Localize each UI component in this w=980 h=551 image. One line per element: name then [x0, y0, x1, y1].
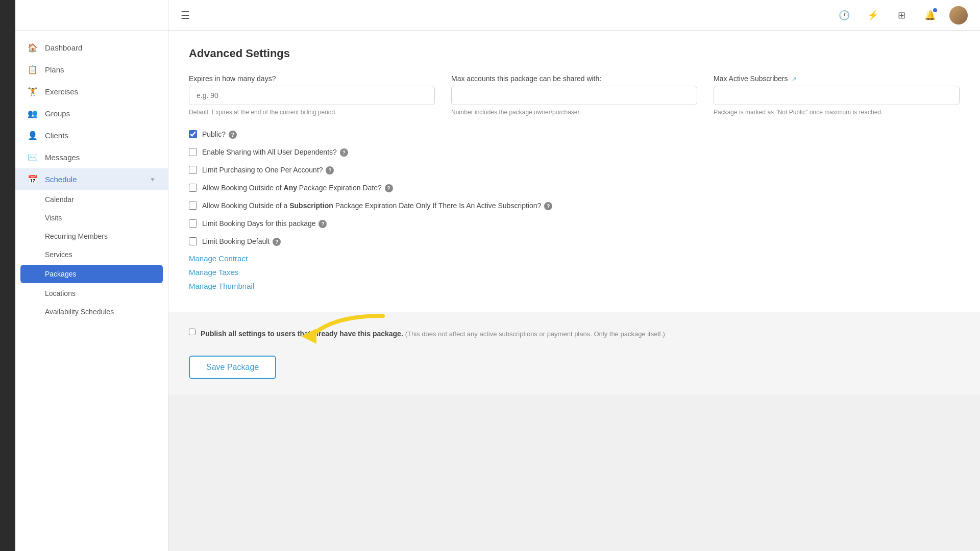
label-enable-sharing: Enable Sharing with All User Dependents?… — [202, 147, 348, 158]
link-manage-thumbnail[interactable]: Manage Thumbnail — [189, 282, 960, 290]
help-icon-limit-one[interactable]: ? — [326, 166, 334, 174]
checkbox-limit-one[interactable] — [189, 166, 197, 174]
publish-row: Publish all settings to users that alrea… — [189, 329, 960, 339]
help-icon-limit-booking-default[interactable]: ? — [273, 238, 281, 246]
sidebar-sub-item-availability-schedules[interactable]: Availability Schedules — [15, 303, 168, 321]
main-area: ☰ 🕐 ⚡ ⊞ 🔔 Advanced Settings Expires in h… — [168, 0, 980, 551]
link-manage-contract[interactable]: Manage Contract — [189, 254, 960, 263]
left-rail — [0, 0, 15, 551]
dashboard-icon: 🏠 — [28, 43, 38, 53]
sidebar-label-exercises: Exercises — [45, 87, 156, 96]
sidebar-label-schedule: Schedule — [45, 175, 142, 184]
help-icon-enable-sharing[interactable]: ? — [340, 148, 348, 157]
sidebar-label-messages: Messages — [45, 153, 156, 162]
link-manage-taxes[interactable]: Manage Taxes — [189, 268, 960, 277]
hamburger-button[interactable]: ☰ — [181, 9, 190, 21]
label-allow-booking-any: Allow Booking Outside of Any Package Exp… — [202, 183, 393, 193]
max-subscribers-label: Max Active Subscribers ↗ — [714, 74, 960, 83]
checkbox-group-limit-one: Limit Purchasing to One Per Account? ? — [189, 165, 960, 176]
sidebar-item-clients[interactable]: 👤 Clients — [15, 124, 168, 146]
sidebar-sub-item-services[interactable]: Services — [15, 245, 168, 264]
plans-icon: 📋 — [28, 65, 38, 74]
checkbox-group-allow-booking-subscription: Allow Booking Outside of a Subscription … — [189, 201, 960, 211]
help-icon-limit-booking-days[interactable]: ? — [318, 220, 327, 228]
clients-icon: 👤 — [28, 131, 38, 140]
sidebar-sub-item-locations[interactable]: Locations — [15, 284, 168, 303]
expires-days-label: Expires in how many days? — [189, 74, 435, 83]
checkbox-public[interactable] — [189, 130, 197, 138]
save-package-button[interactable]: Save Package — [189, 356, 276, 379]
sidebar-item-groups[interactable]: 👥 Groups — [15, 103, 168, 124]
max-subscribers-input[interactable] — [714, 86, 960, 105]
sidebar-sub-item-packages[interactable]: Packages — [20, 265, 163, 283]
sidebar-logo — [15, 0, 168, 31]
avatar-image — [949, 6, 968, 24]
notification-bell[interactable]: 🔔 — [921, 6, 939, 24]
max-subscribers-help: Package is marked as "Not Public" once m… — [714, 108, 960, 117]
sidebar-sub-item-visits[interactable]: Visits — [15, 209, 168, 227]
checkbox-group-allow-booking-any: Allow Booking Outside of Any Package Exp… — [189, 183, 960, 193]
checkbox-limit-booking-days[interactable] — [189, 219, 197, 228]
label-limit-booking-default: Limit Booking Default ? — [202, 236, 281, 247]
form-row-1: Expires in how many days? Default: Expir… — [189, 74, 960, 117]
topbar: ☰ 🕐 ⚡ ⊞ 🔔 — [168, 0, 980, 31]
sidebar-item-schedule[interactable]: 📅 Schedule ▼ — [15, 168, 168, 190]
max-subscribers-group: Max Active Subscribers ↗ Package is mark… — [714, 74, 960, 117]
expires-days-input[interactable] — [189, 86, 435, 105]
help-icon-public[interactable]: ? — [229, 131, 237, 139]
advanced-settings-card: Advanced Settings Expires in how many da… — [168, 31, 980, 312]
sidebar-label-groups: Groups — [45, 109, 156, 118]
sidebar-sub-item-recurring-members[interactable]: Recurring Members — [15, 227, 168, 245]
apps-icon[interactable]: ⊞ — [892, 6, 911, 24]
label-limit-booking-days: Limit Booking Days for this package ? — [202, 218, 327, 229]
sidebar-label-plans: Plans — [45, 65, 156, 74]
help-icon-allow-booking-subscription[interactable]: ? — [544, 202, 552, 210]
max-accounts-help: Number includes the package owner/purcha… — [451, 108, 697, 117]
sidebar-nav: 🏠 Dashboard 📋 Plans 🏋 Exercises 👥 Groups… — [15, 31, 168, 327]
sidebar-label-clients: Clients — [45, 131, 156, 140]
user-avatar[interactable] — [949, 6, 968, 24]
messages-icon: ✉️ — [28, 153, 38, 162]
checkbox-group-enable-sharing: Enable Sharing with All User Dependents?… — [189, 147, 960, 158]
checkbox-enable-sharing[interactable] — [189, 148, 197, 156]
max-accounts-label: Max accounts this package can be shared … — [451, 74, 697, 83]
links-container: Manage ContractManage TaxesManage Thumbn… — [189, 254, 960, 290]
exercises-icon: 🏋 — [28, 87, 38, 96]
label-allow-booking-subscription: Allow Booking Outside of a Subscription … — [202, 201, 552, 211]
groups-icon: 👥 — [28, 109, 38, 118]
publish-checkbox[interactable] — [189, 329, 195, 335]
expires-days-group: Expires in how many days? Default: Expir… — [189, 74, 435, 117]
publish-label: Publish all settings to users that alrea… — [201, 329, 665, 339]
section-title: Advanced Settings — [189, 47, 960, 60]
help-icon-allow-booking-any[interactable]: ? — [385, 184, 393, 192]
sidebar-item-dashboard[interactable]: 🏠 Dashboard — [15, 37, 168, 59]
max-accounts-input[interactable] — [451, 86, 697, 105]
sidebar: 🏠 Dashboard 📋 Plans 🏋 Exercises 👥 Groups… — [15, 0, 168, 551]
expires-days-help: Default: Expires at the end of the curre… — [189, 108, 435, 117]
checkboxes-container: Public? ? Enable Sharing with All User D… — [189, 129, 960, 247]
label-limit-one: Limit Purchasing to One Per Account? ? — [202, 165, 334, 176]
label-public: Public? ? — [202, 129, 237, 140]
sidebar-label-dashboard: Dashboard — [45, 43, 156, 52]
notification-dot — [933, 8, 937, 12]
external-link-icon[interactable]: ↗ — [792, 76, 797, 83]
sidebar-item-plans[interactable]: 📋 Plans — [15, 59, 168, 81]
sidebar-sub-item-calendar[interactable]: Calendar — [15, 190, 168, 209]
checkbox-allow-booking-any[interactable] — [189, 184, 197, 192]
max-accounts-group: Max accounts this package can be shared … — [451, 74, 697, 117]
schedule-icon: 📅 — [28, 174, 38, 184]
chevron-icon-schedule: ▼ — [150, 176, 156, 183]
checkbox-group-limit-booking-days: Limit Booking Days for this package ? — [189, 218, 960, 229]
bottom-section: Publish all settings to users that alrea… — [168, 312, 980, 395]
checkbox-limit-booking-default[interactable] — [189, 237, 197, 245]
sidebar-item-exercises[interactable]: 🏋 Exercises — [15, 81, 168, 103]
history-icon[interactable]: 🕐 — [835, 6, 853, 24]
checkbox-group-limit-booking-default: Limit Booking Default ? — [189, 236, 960, 247]
checkbox-group-public: Public? ? — [189, 129, 960, 140]
content-area: Advanced Settings Expires in how many da… — [168, 31, 980, 551]
sidebar-item-messages[interactable]: ✉️ Messages — [15, 146, 168, 168]
checkbox-allow-booking-subscription[interactable] — [189, 202, 197, 210]
lightning-icon[interactable]: ⚡ — [864, 6, 882, 24]
